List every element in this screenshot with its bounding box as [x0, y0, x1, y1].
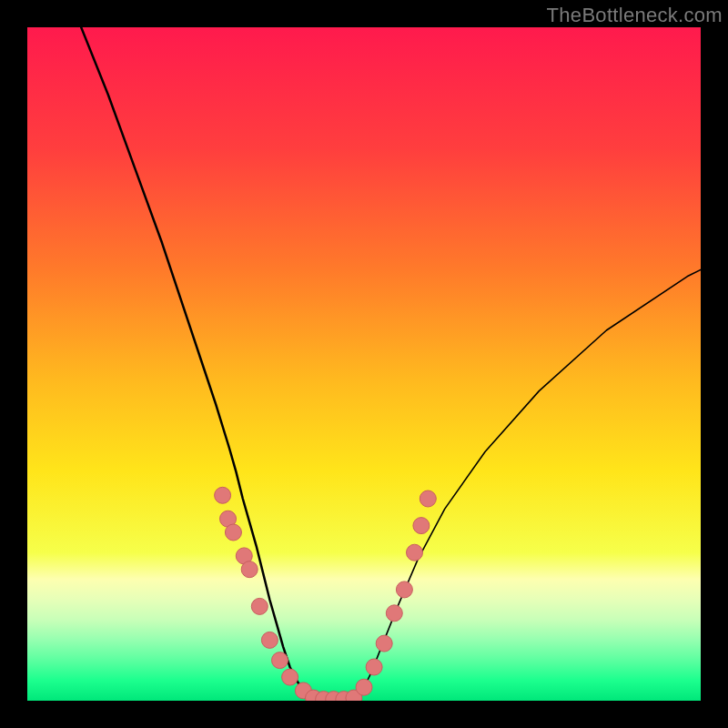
marker-point	[272, 652, 288, 669]
marker-point	[386, 605, 402, 622]
marker-point	[282, 669, 298, 685]
marker-point	[241, 561, 258, 578]
marker-point	[225, 524, 241, 541]
gradient-bg	[27, 27, 701, 701]
watermark-text: TheBottleneck.com	[547, 4, 723, 27]
chart-frame: TheBottleneck.com	[0, 0, 728, 728]
marker-point	[407, 544, 423, 561]
marker-point	[251, 598, 268, 614]
marker-point	[420, 490, 436, 507]
marker-point	[413, 518, 430, 534]
marker-point	[376, 635, 392, 652]
marker-point	[356, 679, 372, 695]
marker-point	[215, 487, 231, 503]
marker-point	[366, 659, 382, 675]
marker-point	[396, 581, 412, 598]
chart-svg	[27, 27, 701, 701]
plot-area	[27, 27, 701, 701]
marker-point	[261, 632, 278, 648]
